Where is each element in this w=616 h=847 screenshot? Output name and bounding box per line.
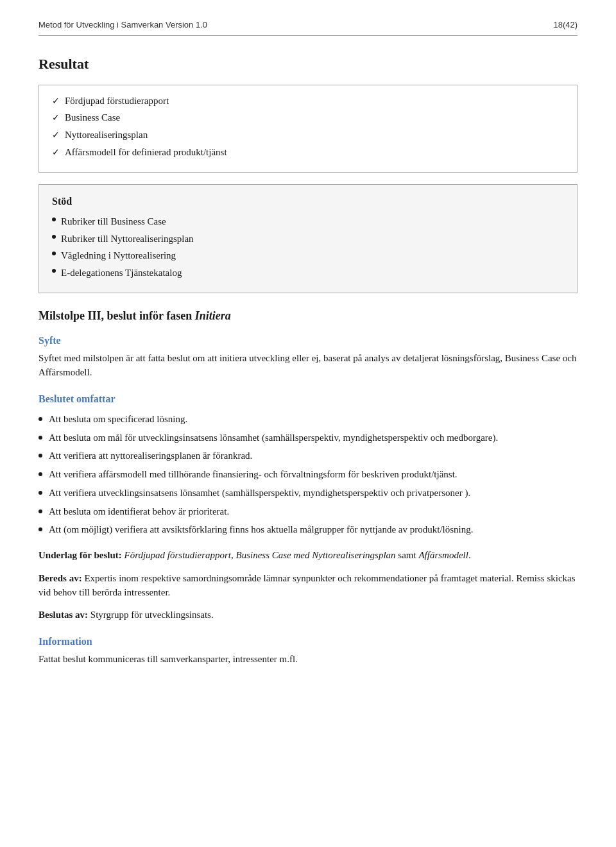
beslutet-item-3: Att verifiera att nyttorealiseringsplane… xyxy=(38,449,578,463)
resultat-item-3-text: Nyttorealiseringsplan xyxy=(65,128,148,142)
beslutet-item-5-text: Att verifiera utvecklingsinsatsens lönsa… xyxy=(49,486,470,501)
resultat-heading: Resultat xyxy=(38,54,578,74)
beslutet-item-4: Att verifiera affärsmodell med tillhöran… xyxy=(38,468,578,482)
milstolpe-italic: Initiera xyxy=(195,309,231,322)
beslutet-item-5: Att verifiera utvecklingsinsatsens lönsa… xyxy=(38,486,578,501)
beslutet-bullet-4 xyxy=(38,472,42,476)
bereds-text: Expertis inom respektive samordningsområ… xyxy=(38,573,576,597)
beslutet-bullet-2 xyxy=(38,436,42,440)
stod-item-3: Vägledning i Nyttorealisering xyxy=(52,249,564,263)
resultat-item-3: ✓ Nyttorealiseringsplan xyxy=(52,128,564,142)
beslutet-bullet-6 xyxy=(38,509,42,513)
stod-item-1-text: Rubriker till Business Case xyxy=(61,215,166,229)
beslutet-item-2: Att besluta om mål för utvecklingsinsats… xyxy=(38,431,578,445)
syfte-text: Syftet med milstolpen är att fatta beslu… xyxy=(38,352,578,380)
resultat-box: ✓ Fördjupad förstudierapport ✓ Business … xyxy=(38,85,578,173)
underlag-italic2: Business Case med Nyttorealiseringsplan xyxy=(236,550,396,560)
beslutet-bullet-5 xyxy=(38,491,42,495)
header-page: 18(42) xyxy=(553,19,578,31)
beslutet-item-6-text: Att besluta om identifierat behov är pri… xyxy=(49,505,229,519)
page: Metod för Utveckling i Samverkan Version… xyxy=(0,0,616,847)
stod-item-3-text: Vägledning i Nyttorealisering xyxy=(61,249,176,263)
stod-item-4-text: E-delegationens Tjänstekatalog xyxy=(61,266,182,280)
beslutet-item-6: Att besluta om identifierat behov är pri… xyxy=(38,505,578,519)
resultat-item-2: ✓ Business Case xyxy=(52,111,564,125)
beslutet-bullet-1 xyxy=(38,417,42,421)
stod-item-1: Rubriker till Business Case xyxy=(52,215,564,229)
beslutas-bold: Beslutas av: xyxy=(38,610,88,620)
underlag-italic1: Fördjupad förstudierapport xyxy=(122,550,231,560)
syfte-title: Syfte xyxy=(38,333,578,348)
beslutet-title: Beslutet omfattar xyxy=(38,391,578,406)
check-icon-2: ✓ xyxy=(52,112,60,124)
beslutet-item-7: Att (om möjligt) verifiera att avsiktsfö… xyxy=(38,523,578,537)
resultat-item-4: ✓ Affärsmodell för definierad produkt/tj… xyxy=(52,146,564,160)
milstolpe-heading: Milstolpe III, beslut inför fasen Initie… xyxy=(38,307,578,324)
stod-item-2-text: Rubriker till Nyttorealiseringsplan xyxy=(61,232,194,246)
info-text: Fattat beslut kommuniceras till samverka… xyxy=(38,653,578,667)
beslutet-item-7-text: Att (om möjligt) verifiera att avsiktsfö… xyxy=(49,523,474,537)
beslutas-text: Styrgrupp för utvecklingsinsats. xyxy=(88,610,214,620)
underlag-bold: Underlag för beslut: xyxy=(38,550,122,560)
check-icon-1: ✓ xyxy=(52,95,60,108)
stod-bullet-2 xyxy=(52,235,56,239)
underlag-para: Underlag för beslut: Fördjupad förstudie… xyxy=(38,549,578,563)
header-bar: Metod för Utveckling i Samverkan Version… xyxy=(38,19,578,36)
beslutet-item-3-text: Att verifiera att nyttorealiseringsplane… xyxy=(49,449,252,463)
header-title: Metod för Utveckling i Samverkan Version… xyxy=(38,19,207,31)
beslutas-para: Beslutas av: Styrgrupp för utvecklingsin… xyxy=(38,608,578,622)
stod-item-2: Rubriker till Nyttorealiseringsplan xyxy=(52,232,564,246)
stod-box: Stöd Rubriker till Business Case Rubrike… xyxy=(38,184,578,293)
bereds-para: Bereds av: Expertis inom respektive samo… xyxy=(38,572,578,600)
beslutet-list: Att besluta om specificerad lösning. Att… xyxy=(38,413,578,537)
resultat-item-4-text: Affärsmodell för definierad produkt/tjän… xyxy=(65,146,227,160)
stod-bullet-1 xyxy=(52,218,56,221)
check-icon-4: ✓ xyxy=(52,146,60,159)
beslutet-item-1-text: Att besluta om specificerad lösning. xyxy=(49,413,187,427)
stod-bullet-4 xyxy=(52,269,56,273)
underlag-italic3: Affärsmodell xyxy=(418,550,468,560)
beslutet-bullet-3 xyxy=(38,454,42,458)
beslutet-item-1: Att besluta om specificerad lösning. xyxy=(38,413,578,427)
info-title: Information xyxy=(38,634,578,649)
resultat-item-2-text: Business Case xyxy=(65,111,120,125)
check-icon-3: ✓ xyxy=(52,129,60,142)
stod-item-4: E-delegationens Tjänstekatalog xyxy=(52,266,564,280)
stod-bullet-3 xyxy=(52,252,56,255)
stod-title: Stöd xyxy=(52,194,564,209)
resultat-item-1-text: Fördjupad förstudierapport xyxy=(65,94,169,108)
beslutet-item-4-text: Att verifiera affärsmodell med tillhöran… xyxy=(49,468,458,482)
beslutet-bullet-7 xyxy=(38,527,42,531)
bereds-bold: Bereds av: xyxy=(38,573,82,583)
resultat-item-1: ✓ Fördjupad förstudierapport xyxy=(52,94,564,108)
beslutet-item-2-text: Att besluta om mål för utvecklingsinsats… xyxy=(49,431,498,445)
